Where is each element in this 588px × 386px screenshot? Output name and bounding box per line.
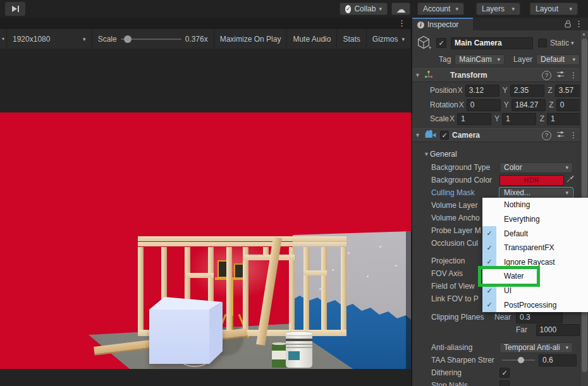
chevron-down-icon: ▾ [455,6,458,12]
position-y-field[interactable]: 2.35 [510,85,544,97]
near-field[interactable]: 0.3 [516,311,563,323]
culling-option-default[interactable]: ✓Default [482,226,588,241]
volume-layer-mask-label: Volume Layer [431,201,477,210]
clipping-near-row: Clipping Planes Near 0.3 [412,311,580,323]
gameobject-name-field[interactable]: Main Camera [451,37,533,49]
check-icon: ✓ [482,226,496,241]
scale-slider-group: Scale 0.376x [92,29,214,49]
culling-option-label: Nothing [504,200,530,209]
icon-dropdown-arrow[interactable]: ▾ [429,45,431,51]
rotation-x-field[interactable]: 0 [467,99,501,111]
clipping-far-row: Far 1000 [412,323,580,336]
general-section[interactable]: ▼ General [412,148,580,160]
culling-mask-row: Culling Mask Mixed...▾ [412,186,580,199]
chevron-down-icon: ▾ [401,36,405,42]
scale-z-field[interactable]: 1 [547,113,580,125]
layers-dropdown[interactable]: Layers ▾ [476,3,520,15]
antialiasing-dropdown[interactable]: Temporal Anti-ali▾ [499,342,573,353]
layer-dropdown[interactable]: Default▾ [536,54,580,65]
culling-option-transparentfx[interactable]: ✓TransparentFX [482,241,588,255]
step-icon [12,6,17,12]
tag-dropdown[interactable]: MainCam▾ [455,54,505,65]
culling-mask-dropdown[interactable]: Mixed...▾ [499,188,573,198]
tag-label: Tag [439,55,451,64]
inspector-menu-kebab-icon[interactable]: ⋮ [575,19,583,28]
scale-slider[interactable] [121,39,181,40]
mute-audio-button[interactable]: Mute Audio [287,29,337,49]
eyedropper-icon[interactable] [566,175,574,185]
game-tabstrip: ⋮ [0,18,411,29]
maximize-on-play-button[interactable]: Maximize On Play [214,29,288,49]
position-x-field[interactable]: 3.12 [465,85,499,97]
inspector-tab-label: Inspector [427,20,458,29]
background-color-swatch[interactable]: HDR [499,175,564,186]
rotation-row: Rotation X0 Y184.27 Z0 [412,99,580,111]
game-panel: ⋮ ▾ 1920x1080 ▾ Scale 0.376x Maximize On… [0,18,411,386]
game-toolbar: ▾ 1920x1080 ▾ Scale 0.376x Maximize On P… [0,29,411,49]
collab-dropdown[interactable]: ✓ Collab ▾ [340,3,388,15]
lock-icon[interactable] [564,20,572,30]
static-dropdown-arrow[interactable]: ▾ [571,40,574,46]
scale-x-field[interactable]: 1 [457,113,491,125]
scale-y-field[interactable]: 1 [502,113,536,125]
tab-inspector[interactable]: i Inspector [412,18,473,30]
dithering-checkbox[interactable]: ✓ [499,368,510,378]
stop-nans-row: Stop NaNs [412,379,580,386]
position-z-field[interactable]: 3.57 [555,85,580,97]
probe-layer-mask-label: Probe Layer M [431,226,481,235]
help-icon[interactable]: ? [542,71,551,80]
rotation-z-field[interactable]: 0 [556,99,580,111]
step-button[interactable] [5,2,25,16]
layout-label: Layout [536,4,558,13]
resolution-dropdown[interactable]: 1920x1080 ▾ [7,29,92,49]
kebab-icon[interactable]: ⋮ [570,71,577,80]
layout-dropdown[interactable]: Layout ▾ [530,3,578,15]
presets-icon[interactable] [556,71,565,80]
background-type-dropdown[interactable]: Color▾ [499,162,573,173]
culling-option-label: PostProcessing [504,301,556,310]
culling-option-postprocessing[interactable]: ✓PostProcessing [482,298,588,312]
culling-option-label: UI [504,286,511,295]
culling-option-nothing[interactable]: Nothing [482,198,588,212]
culling-option-everything[interactable]: Everything [482,212,588,227]
far-field[interactable]: 1000 [536,324,580,336]
culling-mask-popup: NothingEverything✓Default✓TransparentFX✓… [482,198,588,312]
kebab-icon[interactable]: ⋮ [570,131,577,140]
wall-shadow-edge [406,230,411,369]
help-icon[interactable]: ? [542,131,551,140]
camera-header[interactable]: ▼ ✓ Camera ? ⋮ [412,128,580,142]
stop-nans-checkbox[interactable] [499,380,510,386]
presets-icon[interactable] [556,131,565,140]
field-of-view-label: Field of View [431,282,474,291]
foldout-arrow-icon[interactable]: ▼ [415,132,421,138]
info-icon: i [417,21,424,28]
taa-sharpen-slider[interactable] [502,359,535,361]
slider-knob[interactable] [518,357,524,363]
culling-option-label: Ignore Raycast [504,258,555,267]
taa-value-field[interactable]: 0.6 [539,354,577,366]
culling-option-label: Everything [504,215,540,224]
volume-anchor-label: Volume Ancho [431,214,480,222]
scale-value: 0.376x [185,35,208,44]
occlusion-culling-label: Occlusion Cul [431,239,478,248]
game-menu-kebab-icon[interactable]: ⋮ [398,18,406,28]
slider-knob[interactable] [124,35,132,43]
scroll-up-arrow-icon[interactable]: ▲ [582,32,586,36]
active-checkbox[interactable]: ✓ [436,38,446,48]
rotation-y-field[interactable]: 184.27 [511,99,546,111]
camera-icon [424,130,437,140]
position-row: Position X3.12 Y2.35 Z3.57 [412,84,580,97]
dithering-row: Dithering ✓ [412,366,580,379]
cloud-button[interactable]: ☁ [391,3,410,15]
gizmos-dropdown[interactable]: Gizmos ▾ [367,29,411,49]
static-checkbox[interactable] [538,39,547,47]
check-icon: ✓ [482,298,496,312]
display-dropdown[interactable]: ▾ [0,29,7,49]
camera-enabled-checkbox[interactable]: ✓ [440,131,449,140]
foldout-arrow-icon[interactable]: ▼ [415,72,421,78]
account-dropdown[interactable]: Account ▾ [417,3,464,15]
chevron-down-icon: ▾ [83,36,86,42]
transform-header[interactable]: ▼ Transform ? ⋮ [412,68,580,82]
green-paint-can [272,344,286,368]
stats-button[interactable]: Stats [337,29,366,49]
